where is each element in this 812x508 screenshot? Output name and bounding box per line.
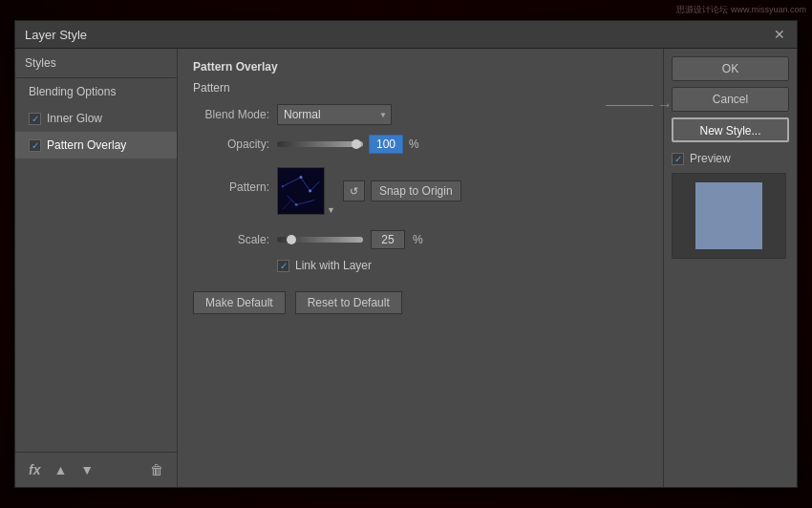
dialog-body: Styles Blending Options Inner Glow Patte… [15,49,797,487]
ok-button[interactable]: OK [672,56,789,81]
down-button[interactable]: ▼ [76,460,97,479]
opacity-label: Opacity: [193,138,269,151]
pattern-select-area[interactable]: ▼ [277,167,335,215]
svg-point-8 [309,190,311,193]
inner-glow-checkbox[interactable] [29,113,41,125]
preview-label-row: Preview [672,152,789,165]
scale-input[interactable] [371,230,405,249]
pattern-preview[interactable] [277,167,325,215]
sub-section-title: Pattern [193,81,648,95]
pattern-dropdown-arrow[interactable]: ▼ [327,167,335,215]
link-with-layer-label: Link with Layer [295,259,372,272]
right-panel: OK Cancel New Style... Preview [663,49,797,487]
blend-mode-row: Blend Mode: Normal Dissolve Multiply Scr… [193,104,648,125]
pattern-svg [278,168,324,214]
blend-mode-label: Blend Mode: [193,108,269,121]
pattern-label: Pattern: [193,180,269,194]
opacity-slider-thumb[interactable] [352,139,361,149]
link-with-layer-row: Link with Layer [277,259,648,272]
sidebar-item-blending-options[interactable]: Blending Options [15,78,177,105]
section-title: Pattern Overlay [193,60,648,74]
opacity-slider-track[interactable] [277,141,363,147]
pattern-overlay-label: Pattern Overlay [47,138,126,152]
opacity-input[interactable] [369,135,403,154]
pattern-controls: ▼ ↺ Snap to Origin [277,167,461,215]
sidebar-item-inner-glow[interactable]: Inner Glow [15,105,177,132]
fx-button[interactable]: fx [25,460,44,479]
scale-slider-thumb[interactable] [287,235,296,244]
left-panel-footer: fx ▲ ▼ 🗑 [15,452,177,487]
scale-percent: % [413,233,423,246]
arrow-indicator: → [606,96,673,114]
preview-section: Preview [672,152,789,259]
snap-to-origin-button[interactable]: Snap to Origin [371,180,461,201]
opacity-row: Opacity: % [193,135,648,154]
new-style-button[interactable]: New Style... [672,117,789,142]
pattern-refresh-button[interactable]: ↺ [343,180,365,201]
action-buttons: Make Default Reset to Default [193,291,648,314]
cancel-button[interactable]: Cancel [672,87,789,112]
make-default-button[interactable]: Make Default [193,291,286,314]
arrow-icon: → [657,96,673,114]
watermark: 思源设计论坛 www.missyuan.com [676,4,806,16]
preview-inner [695,182,762,249]
opacity-percent: % [409,138,419,151]
scale-slider-track[interactable] [277,237,363,243]
arrow-line [606,105,653,106]
blend-mode-select[interactable]: Normal Dissolve Multiply Screen Overlay [277,104,392,125]
center-panel: Pattern Overlay Pattern Blend Mode: Norm… [178,49,663,487]
pattern-row: Pattern: [193,167,648,215]
scale-label: Scale: [193,233,269,246]
layer-style-dialog: Layer Style 思源设计论坛 www.missyuan.com ✕ St… [14,20,798,488]
dialog-title: Layer Style [25,28,87,42]
reset-to-default-button[interactable]: Reset to Default [295,291,402,314]
svg-point-7 [300,176,303,179]
preview-checkbox[interactable] [672,153,684,165]
blending-options-label: Blending Options [29,85,116,98]
scale-row: Scale: % [193,230,648,249]
sidebar-item-pattern-overlay[interactable]: Pattern Overlay [15,132,177,159]
inner-glow-label: Inner Glow [47,112,102,125]
svg-point-9 [282,185,284,187]
preview-label: Preview [690,152,731,165]
opacity-slider-container: % [277,135,419,154]
up-button[interactable]: ▲ [50,460,71,479]
title-bar: Layer Style 思源设计论坛 www.missyuan.com ✕ [15,21,797,49]
svg-point-10 [295,203,298,206]
delete-button[interactable]: 🗑 [146,460,167,479]
blend-mode-select-wrapper[interactable]: Normal Dissolve Multiply Screen Overlay [277,104,392,125]
styles-header: Styles [15,49,177,78]
close-button[interactable]: ✕ [772,27,787,42]
pattern-overlay-checkbox[interactable] [29,139,41,152]
preview-box [672,173,786,259]
link-with-layer-checkbox[interactable] [277,260,289,272]
left-panel: Styles Blending Options Inner Glow Patte… [15,49,178,487]
